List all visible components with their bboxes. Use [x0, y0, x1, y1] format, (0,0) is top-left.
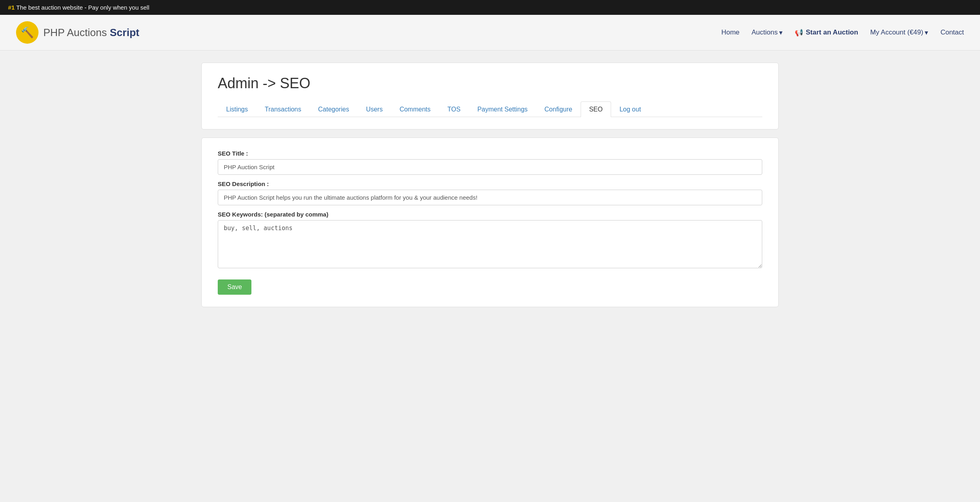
seo-keywords-group: SEO Keywords: (separated by comma) [218, 211, 762, 270]
tab-log-out[interactable]: Log out [611, 101, 649, 117]
tab-transactions[interactable]: Transactions [256, 101, 310, 117]
main-content: Admin -> SEO ListingsTransactionsCategor… [193, 63, 787, 307]
seo-description-input[interactable] [218, 190, 762, 205]
seo-form-card: SEO Title : SEO Description : SEO Keywor… [201, 138, 779, 307]
tab-tos[interactable]: TOS [439, 101, 469, 117]
seo-keywords-label: SEO Keywords: (separated by comma) [218, 211, 762, 218]
nav-start-auction[interactable]: 📢 Start an Auction [795, 28, 858, 37]
tab-users[interactable]: Users [358, 101, 391, 117]
main-nav: Home Auctions ▾ 📢 Start an Auction My Ac… [721, 28, 964, 37]
seo-description-label: SEO Description : [218, 180, 762, 187]
auctions-dropdown-icon: ▾ [779, 28, 783, 37]
tab-payment-settings[interactable]: Payment Settings [469, 101, 536, 117]
nav-home[interactable]: Home [721, 28, 739, 36]
header: 🔨 PHP Auctions Script Home Auctions ▾ 📢 … [0, 15, 980, 51]
logo-icon: 🔨 [16, 21, 38, 44]
tab-seo[interactable]: SEO [581, 101, 611, 117]
account-dropdown-icon: ▾ [925, 28, 928, 37]
seo-title-label: SEO Title : [218, 150, 762, 157]
seo-description-group: SEO Description : [218, 180, 762, 205]
seo-title-group: SEO Title : [218, 150, 762, 175]
seo-keywords-textarea[interactable] [218, 220, 762, 268]
logo-text: PHP Auctions Script [43, 26, 139, 39]
megaphone-icon: 📢 [795, 28, 803, 37]
banner-hashtag: #1 [8, 4, 15, 11]
nav-contact[interactable]: Contact [940, 28, 964, 36]
save-button[interactable]: Save [218, 279, 251, 295]
admin-tabs: ListingsTransactionsCategoriesUsersComme… [218, 101, 762, 117]
tab-listings[interactable]: Listings [218, 101, 256, 117]
logo-link[interactable]: 🔨 PHP Auctions Script [16, 21, 139, 44]
top-banner: #1 The best auction website - Pay only w… [0, 0, 980, 15]
nav-auctions[interactable]: Auctions ▾ [751, 28, 783, 37]
tab-categories[interactable]: Categories [310, 101, 357, 117]
page-title: Admin -> SEO [218, 75, 762, 92]
banner-text: The best auction website - Pay only when… [15, 4, 150, 11]
admin-panel-card: Admin -> SEO ListingsTransactionsCategor… [201, 63, 779, 130]
tab-comments[interactable]: Comments [391, 101, 439, 117]
tab-configure[interactable]: Configure [536, 101, 581, 117]
seo-title-input[interactable] [218, 159, 762, 175]
nav-my-account[interactable]: My Account (€49) ▾ [870, 28, 928, 37]
